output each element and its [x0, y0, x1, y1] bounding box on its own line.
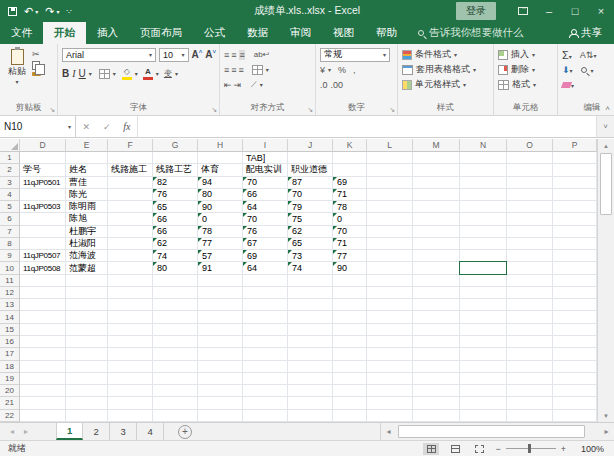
cell-E17[interactable]	[66, 348, 108, 360]
cell-N11[interactable]	[460, 275, 507, 287]
cell-E15[interactable]	[66, 324, 108, 336]
cell-D21[interactable]	[20, 397, 66, 409]
font-size-combobox[interactable]: 10▾	[159, 48, 189, 62]
cell-I21[interactable]	[243, 397, 288, 409]
cut-icon[interactable]: ✂	[32, 49, 54, 59]
cell-N16[interactable]	[460, 336, 507, 348]
cell-D18[interactable]	[20, 361, 66, 373]
cell-G9[interactable]: 74	[153, 250, 198, 262]
cell-G22[interactable]	[153, 410, 198, 422]
cell-D19[interactable]	[20, 373, 66, 385]
cell-N20[interactable]	[460, 385, 507, 397]
cell-E16[interactable]	[66, 336, 108, 348]
cell-E20[interactable]	[66, 385, 108, 397]
scroll-right-icon[interactable]: ▸	[599, 423, 614, 440]
accounting-format-button[interactable]: ¥	[320, 65, 325, 75]
undo-dropdown-icon[interactable]: ▾	[35, 8, 38, 15]
column-header-M[interactable]: M	[413, 139, 460, 152]
scroll-down-icon[interactable]: ▼	[598, 409, 614, 422]
cell-styles-button[interactable]: 单元格样式 ▾	[402, 77, 490, 92]
cell-O3[interactable]	[507, 177, 553, 189]
cell-D2[interactable]: 学号	[20, 164, 66, 176]
cell-K15[interactable]	[333, 324, 367, 336]
cell-K2[interactable]	[333, 164, 367, 176]
cell-M13[interactable]	[413, 299, 460, 311]
cell-J6[interactable]: 75	[288, 213, 333, 225]
fill-color-dropdown-icon[interactable]: ▾	[135, 70, 138, 77]
column-header-P[interactable]: P	[553, 139, 597, 152]
cell-N18[interactable]	[460, 361, 507, 373]
cell-L13[interactable]	[367, 299, 413, 311]
column-header-L[interactable]: L	[367, 139, 413, 152]
cell-O18[interactable]	[507, 361, 553, 373]
row-header-17[interactable]: 17	[0, 348, 20, 360]
cell-J12[interactable]	[288, 287, 333, 299]
percent-style-button[interactable]: %	[338, 65, 346, 75]
underline-dropdown-icon[interactable]: ▾	[89, 70, 92, 77]
cell-F7[interactable]	[108, 226, 153, 238]
cell-F5[interactable]	[108, 201, 153, 213]
cell-J5[interactable]: 79	[288, 201, 333, 213]
cell-O6[interactable]	[507, 213, 553, 225]
cell-M7[interactable]	[413, 226, 460, 238]
cell-M5[interactable]	[413, 201, 460, 213]
cell-D16[interactable]	[20, 336, 66, 348]
cell-P15[interactable]	[553, 324, 597, 336]
cell-P7[interactable]	[553, 226, 597, 238]
cell-O20[interactable]	[507, 385, 553, 397]
minimize-button[interactable]: –	[536, 0, 562, 22]
vertical-scroll-thumb[interactable]	[600, 153, 612, 215]
cell-M10[interactable]	[413, 262, 460, 274]
cell-H18[interactable]	[198, 361, 243, 373]
italic-button[interactable]: I	[72, 68, 75, 79]
cell-P17[interactable]	[553, 348, 597, 360]
cell-L19[interactable]	[367, 373, 413, 385]
cell-O2[interactable]	[507, 164, 553, 176]
cell-P1[interactable]	[553, 152, 597, 164]
cell-P13[interactable]	[553, 299, 597, 311]
comma-style-button[interactable]: ,	[353, 65, 356, 75]
ribbon-tab-视图[interactable]: 视图	[322, 22, 365, 44]
cell-J14[interactable]	[288, 311, 333, 323]
cell-J2[interactable]: 职业道德	[288, 164, 333, 176]
autosum-button[interactable]: Σ▾	[562, 49, 572, 61]
page-layout-view-button[interactable]	[447, 443, 463, 455]
cell-L14[interactable]	[367, 311, 413, 323]
cell-J11[interactable]	[288, 275, 333, 287]
cell-M1[interactable]	[413, 152, 460, 164]
cell-H16[interactable]	[198, 336, 243, 348]
signin-button[interactable]: 登录	[456, 2, 496, 20]
orientation-button[interactable]: ⟋	[251, 80, 257, 90]
cell-J15[interactable]	[288, 324, 333, 336]
phonetic-dropdown-icon[interactable]: ▾	[175, 70, 178, 77]
row-header-22[interactable]: 22	[0, 410, 20, 422]
cell-M2[interactable]	[413, 164, 460, 176]
cell-I10[interactable]: 64	[243, 262, 288, 274]
cell-L5[interactable]	[367, 201, 413, 213]
ribbon-tab-数据[interactable]: 数据	[236, 22, 279, 44]
cell-F22[interactable]	[108, 410, 153, 422]
cell-I20[interactable]	[243, 385, 288, 397]
cell-D8[interactable]	[20, 238, 66, 250]
cell-N4[interactable]	[460, 189, 507, 201]
cell-L1[interactable]	[367, 152, 413, 164]
bottom-align-icon[interactable]: ≡	[239, 50, 245, 60]
page-break-view-button[interactable]	[471, 443, 487, 455]
cell-D5[interactable]: 11qJP0503	[20, 201, 66, 213]
cell-N14[interactable]	[460, 311, 507, 323]
clipboard-dialog-launcher-icon[interactable]: ↘	[49, 106, 55, 114]
column-header-N[interactable]: N	[460, 139, 507, 152]
cell-N2[interactable]	[460, 164, 507, 176]
row-header-9[interactable]: 9	[0, 250, 20, 262]
cell-G16[interactable]	[153, 336, 198, 348]
cell-P21[interactable]	[553, 397, 597, 409]
close-button[interactable]: ×	[588, 0, 614, 22]
cell-K11[interactable]	[333, 275, 367, 287]
cell-M17[interactable]	[413, 348, 460, 360]
cell-J19[interactable]	[288, 373, 333, 385]
increase-indent-icon[interactable]: ⇥	[234, 80, 241, 90]
cell-P3[interactable]	[553, 177, 597, 189]
cell-P10[interactable]	[553, 262, 597, 274]
column-header-E[interactable]: E	[66, 139, 108, 152]
cell-J9[interactable]: 73	[288, 250, 333, 262]
